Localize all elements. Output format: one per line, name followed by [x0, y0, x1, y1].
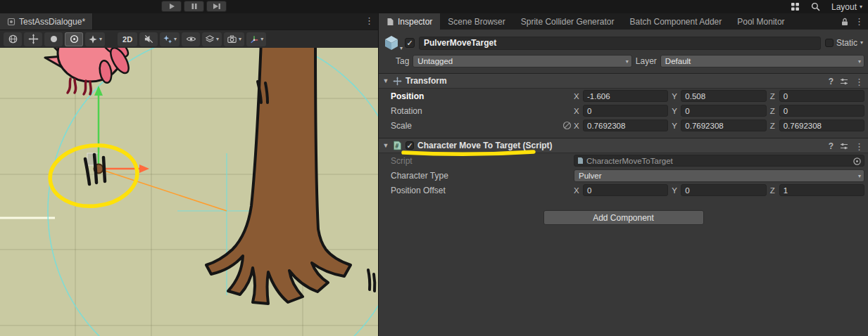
- position-z-field[interactable]: 0: [779, 90, 864, 102]
- tab-label: Pool Monitor: [737, 17, 784, 27]
- foldout-arrow-icon[interactable]: ▼: [382, 142, 389, 149]
- scene-toolbar: ▾ 2D ▾ ▾ ▾ ▾: [0, 30, 378, 48]
- position-offset-label: Position Offset: [391, 186, 560, 195]
- inspector-tabbar: Inspector Scene Browser Sprite Collider …: [379, 13, 868, 30]
- tool-move-button[interactable]: [24, 32, 42, 46]
- static-dropdown[interactable]: Static ▾: [825, 38, 864, 48]
- position-x-field[interactable]: -1.606: [583, 90, 668, 102]
- services-grid-icon[interactable]: [791, 2, 800, 11]
- scene-viewport[interactable]: [0, 48, 378, 336]
- play-button[interactable]: [161, 1, 182, 12]
- position-y-field[interactable]: 0.508: [681, 90, 766, 102]
- help-icon[interactable]: ?: [829, 141, 834, 151]
- lock-icon[interactable]: [841, 18, 848, 26]
- axis-z-label: Z: [770, 122, 776, 130]
- custom-tool-icon: [88, 34, 98, 44]
- chevron-down-icon: ▾: [626, 59, 629, 65]
- chevron-down-icon: ▾: [174, 37, 177, 42]
- tab-pool-monitor[interactable]: Pool Monitor: [729, 13, 792, 30]
- pause-button[interactable]: [184, 1, 204, 12]
- tab-label: Batch Component Adder: [629, 17, 722, 27]
- axis-y-label: Y: [672, 92, 678, 101]
- script-object-field[interactable]: CharacterMoveToTarget: [574, 155, 864, 167]
- gameobject-header: ▾ ✓ PulverMoveTarget Static ▾: [379, 30, 868, 53]
- camera-dropdown[interactable]: ▾: [224, 32, 244, 46]
- tab-label: Scene Browser: [448, 17, 505, 27]
- scale-y-field[interactable]: 0.7692308: [681, 119, 766, 131]
- layer-dropdown[interactable]: Default ▾: [660, 55, 864, 67]
- character-type-label: Character Type: [391, 171, 560, 181]
- offset-x-field[interactable]: 0: [583, 184, 668, 196]
- tool-rotate-button[interactable]: [44, 32, 63, 46]
- audio-mute-button[interactable]: [139, 32, 158, 46]
- script-enabled-checkbox[interactable]: ✓: [405, 141, 414, 150]
- axis-x-label: X: [574, 107, 580, 115]
- offset-y-field[interactable]: 0: [681, 184, 766, 196]
- tag-dropdown[interactable]: Untagged ▾: [413, 55, 631, 67]
- layers-dropdown[interactable]: ▾: [202, 32, 222, 46]
- axis-y-label: Y: [672, 122, 678, 130]
- foldout-arrow-icon[interactable]: ▼: [382, 77, 389, 84]
- gameobject-name-field[interactable]: PulverMoveTarget: [419, 37, 821, 50]
- gameobject-active-checkbox[interactable]: ✓: [405, 38, 415, 48]
- axis-z-label: Z: [770, 92, 776, 101]
- rotation-z-field[interactable]: 0: [779, 105, 864, 117]
- search-icon[interactable]: [811, 2, 820, 11]
- tab-scene-browser[interactable]: Scene Browser: [440, 13, 512, 30]
- gameobject-icon-button[interactable]: ▾: [382, 34, 401, 51]
- offset-z-field[interactable]: 1: [779, 184, 864, 196]
- gameobject-cube-icon: [384, 35, 398, 51]
- tool-custom-dropdown[interactable]: ▾: [85, 32, 105, 46]
- transform-title: Transform: [405, 76, 447, 86]
- uniform-scale-link-icon[interactable]: [562, 121, 572, 130]
- tool-view-button[interactable]: [4, 32, 22, 46]
- topbar-right: Layout ▾: [791, 0, 862, 13]
- camera-icon: [227, 34, 237, 44]
- transform-header[interactable]: ▼ Transform ? ⋮: [379, 73, 868, 89]
- presets-icon[interactable]: [840, 77, 848, 86]
- character-type-row: Character Type Pulver ▾: [379, 168, 868, 183]
- rotation-label: Rotation: [391, 106, 560, 116]
- gizmos-axes-icon: [249, 34, 259, 44]
- pause-icon: [191, 3, 198, 10]
- toggle-2d-button[interactable]: 2D: [118, 32, 137, 46]
- svg-text:#: #: [395, 143, 399, 150]
- presets-icon[interactable]: [840, 142, 848, 150]
- static-checkbox[interactable]: [825, 39, 834, 47]
- scene-visibility-button[interactable]: [182, 32, 200, 46]
- position-label: Position: [391, 91, 560, 101]
- axis-x-label: X: [574, 186, 580, 195]
- inspector-menu-icon[interactable]: ⋮: [855, 16, 864, 27]
- character-type-dropdown[interactable]: Pulver ▾: [574, 169, 864, 182]
- script-component-header[interactable]: ▼ # ✓ Character Move To Target (Script) …: [379, 138, 868, 153]
- script-label: Script: [391, 156, 560, 166]
- tab-batch-component-adder[interactable]: Batch Component Adder: [622, 13, 729, 30]
- layout-dropdown[interactable]: Layout ▾: [831, 2, 862, 12]
- scene-panel: TestAssDialogue* ⋮ ▾ 2D ▾: [0, 13, 378, 336]
- object-picker-icon[interactable]: [853, 157, 862, 166]
- rotation-y-field[interactable]: 0: [681, 105, 766, 117]
- step-button[interactable]: [206, 1, 227, 12]
- scale-z-field[interactable]: 0.7692308: [779, 119, 864, 131]
- scale-x-field[interactable]: 0.7692308: [583, 119, 668, 131]
- tool-rect-button[interactable]: [65, 32, 83, 46]
- chevron-down-icon: ▾: [260, 37, 263, 42]
- help-icon[interactable]: ?: [829, 77, 834, 86]
- script-row: Script CharacterMoveToTarget: [379, 153, 868, 168]
- position-offset-row: Position Offset X0 Y0 Z1: [379, 183, 868, 198]
- scene-tab-menu-icon[interactable]: ⋮: [365, 15, 374, 26]
- script-component-title: Character Move To Target (Script): [417, 141, 553, 150]
- component-menu-icon[interactable]: ⋮: [855, 77, 864, 87]
- component-menu-icon[interactable]: ⋮: [855, 141, 864, 152]
- scale-row: Scale X0.7692308 Y0.7692308 Z0.7692308: [379, 118, 868, 133]
- rotation-x-field[interactable]: 0: [583, 105, 668, 117]
- tab-inspector[interactable]: Inspector: [379, 13, 440, 30]
- tab-sprite-collider-generator[interactable]: Sprite Collider Generator: [513, 13, 622, 30]
- rotate-tool-icon: [49, 34, 59, 44]
- gizmos-dropdown[interactable]: ▾: [246, 32, 266, 46]
- effects-dropdown[interactable]: ▾: [160, 32, 180, 46]
- tab-scene[interactable]: TestAssDialogue*: [0, 13, 93, 30]
- axis-y-label: Y: [672, 107, 678, 115]
- scale-label: Scale: [391, 121, 560, 131]
- add-component-button[interactable]: Add Component: [543, 210, 704, 225]
